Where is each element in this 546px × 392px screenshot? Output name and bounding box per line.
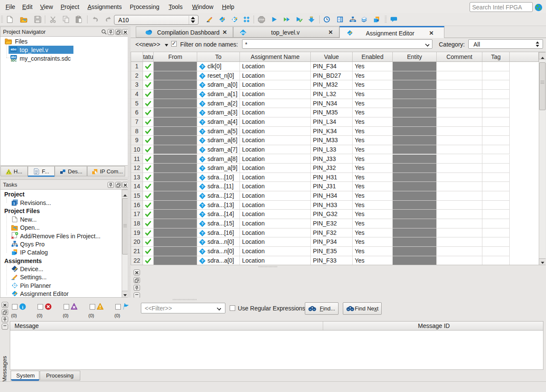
svg-text:?: ? [201, 249, 204, 254]
svg-text:i: i [339, 18, 339, 21]
svg-text:?: ? [201, 203, 204, 208]
svg-text:abc: abc [11, 47, 17, 51]
svg-text:STOP: STOP [259, 19, 264, 21]
svg-text:?: ? [201, 111, 204, 115]
svg-text:?: ? [201, 231, 204, 235]
svg-text:?: ? [201, 259, 204, 263]
svg-text:abc: abc [241, 31, 246, 34]
svg-text:?: ? [201, 194, 204, 198]
svg-text:?: ? [201, 176, 204, 180]
svg-text:?: ? [201, 120, 204, 124]
svg-text:SDC: SDC [11, 59, 17, 62]
svg-text:?: ? [201, 92, 204, 97]
svg-text:?: ? [201, 166, 204, 170]
svg-text:?: ? [201, 240, 204, 244]
svg-text:i: i [22, 304, 23, 310]
svg-text:abc: abc [11, 56, 16, 59]
svg-text:?: ? [201, 64, 204, 69]
svg-text:?: ? [201, 102, 204, 106]
svg-text:?: ? [201, 212, 204, 216]
svg-text:?: ? [201, 157, 204, 161]
svg-text:1: 1 [13, 202, 15, 205]
svg-text:?: ? [201, 148, 204, 152]
svg-text:?: ? [201, 222, 204, 226]
svg-text:?: ? [201, 74, 204, 78]
svg-text:?: ? [201, 184, 204, 189]
svg-text:?: ? [201, 138, 204, 143]
svg-text:?: ? [201, 129, 204, 134]
svg-text:?: ? [201, 83, 204, 87]
